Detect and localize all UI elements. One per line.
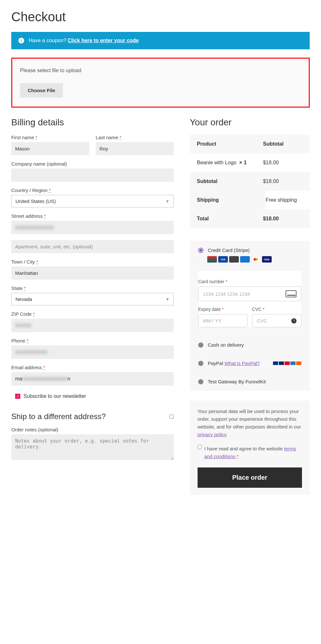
amex-icon [240, 256, 250, 263]
unionpay-icon [207, 256, 217, 263]
expiry-label: Expiry date * [198, 307, 224, 312]
country-select[interactable]: United States (US) ▼ [11, 195, 174, 207]
cvc-input[interactable]: CVC ? [252, 314, 301, 327]
terms-checkbox[interactable] [198, 445, 202, 449]
first-name-input[interactable] [11, 142, 89, 155]
apt-input[interactable] [11, 240, 174, 253]
help-icon: ? [291, 318, 297, 323]
file-upload-box: Please select file to upload Choose File [11, 58, 310, 108]
radio-icon [198, 379, 203, 384]
card-number-label: Card number * [198, 279, 228, 284]
phone-label: Phone * [11, 338, 174, 343]
total-value: $18.00 [263, 216, 303, 222]
mastercard-icon [251, 256, 261, 263]
email-input[interactable]: maXXXXXXXXXXXXXXn [11, 372, 174, 386]
city-label: Town / City * [11, 259, 174, 264]
cvc-label: CVC * [252, 307, 265, 312]
company-label: Company name (optional) [11, 161, 174, 167]
radio-icon [198, 342, 203, 348]
total-label: Total [197, 216, 263, 222]
ship-different-heading: Ship to a different address? [11, 412, 106, 421]
privacy-policy-link[interactable]: privacy policy [198, 432, 226, 437]
order-notes-textarea[interactable] [11, 434, 174, 460]
state-select[interactable]: Nevada ▼ [11, 293, 174, 305]
phone-input[interactable]: XXXXXXXXXX [11, 345, 174, 359]
item-price: $18.00 [263, 160, 303, 166]
street-label: Street address * [11, 213, 174, 219]
zip-input[interactable]: XXXXX [11, 319, 174, 332]
card-brand-icons: JCB VISA [199, 256, 310, 264]
item-name: Beanie with Logo [197, 160, 237, 165]
street-input[interactable]: XXXXXXXXXXXX [11, 221, 174, 234]
card-icon [286, 290, 297, 297]
chevron-down-icon: ▼ [166, 199, 170, 204]
subtotal-value: $18.00 [263, 178, 303, 184]
upload-prompt: Please select file to upload [20, 68, 301, 73]
shipping-label: Shipping [190, 191, 266, 209]
chevron-down-icon: ▼ [166, 297, 170, 302]
last-name-input[interactable] [96, 142, 174, 155]
info-icon: ! [18, 38, 24, 43]
order-summary-table: Product Subtotal Beanie with Logo × 1 $1… [190, 135, 310, 228]
newsletter-checkbox[interactable]: ✓ [15, 394, 20, 399]
email-label: Email address * [11, 365, 174, 370]
shipping-value: Free shipping [258, 197, 303, 203]
place-order-button[interactable]: Place order [198, 467, 302, 488]
radio-icon [198, 248, 203, 253]
choose-file-button[interactable]: Choose File [20, 83, 63, 98]
paypal-help-link[interactable]: What is PayPal? [224, 360, 260, 366]
coupon-notice: ! Have a coupon? Click here to enter you… [11, 32, 310, 49]
billing-heading: Billing details [11, 117, 174, 128]
radio-icon [198, 361, 203, 366]
last-name-label: Last name * [96, 135, 174, 140]
ship-different-checkbox[interactable] [170, 415, 174, 419]
country-label: Country / Region * [11, 187, 174, 193]
payment-paypal[interactable]: PayPal What is PayPal? [190, 354, 310, 372]
item-qty: × 1 [239, 160, 247, 165]
expiry-input[interactable]: MM / YY [198, 314, 248, 327]
subtotal-label: Subtotal [197, 178, 263, 184]
payment-cod[interactable]: Cash on delivery [190, 336, 310, 354]
card-number-input[interactable]: 1234 1234 1234 1234 [198, 286, 301, 301]
order-notes-label: Order notes (optional) [11, 427, 174, 432]
payment-methods: Credit Card (Stripe) JCB VISA Card numbe… [190, 241, 310, 391]
visa-icon: VISA [262, 256, 272, 263]
state-label: State * [11, 285, 174, 291]
discover-icon [229, 256, 239, 263]
payment-test-gateway[interactable]: Test Gateway By FunnelKit [190, 372, 310, 391]
subtotal-header: Subtotal [263, 141, 303, 147]
page-title: Checkout [11, 10, 310, 24]
zip-label: ZIP Code * [11, 311, 174, 317]
product-header: Product [197, 141, 263, 147]
jcb-icon: JCB [218, 256, 228, 263]
city-input[interactable] [11, 266, 174, 280]
newsletter-label: Subscribe to our newsletter [24, 393, 86, 399]
coupon-prompt: Have a coupon? [29, 38, 66, 43]
order-heading: Your order [190, 117, 310, 128]
first-name-label: First name * [11, 135, 89, 140]
privacy-notice: Your personal data will be used to proce… [190, 400, 310, 495]
coupon-link[interactable]: Click here to enter your code [68, 38, 139, 43]
paypal-card-icons [273, 361, 301, 365]
company-input[interactable] [11, 168, 174, 182]
